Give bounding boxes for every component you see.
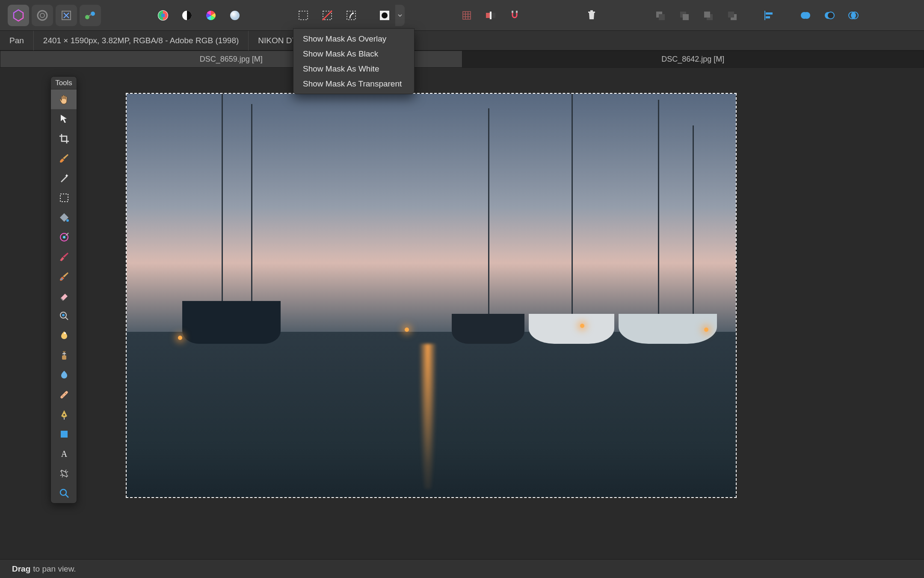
quickmask-dropdown-toggle[interactable] (395, 5, 405, 26)
clone-tool[interactable] (51, 346, 77, 365)
delete-button[interactable] (581, 5, 602, 26)
svg-rect-18 (490, 12, 492, 19)
color-picker-tool[interactable] (51, 227, 77, 247)
healing-tool[interactable] (51, 385, 77, 405)
status-hint-strong: Drag (12, 564, 30, 574)
mesh-warp-tool[interactable] (51, 464, 77, 483)
gradient-tool[interactable] (51, 326, 77, 346)
snapping-button[interactable] (504, 5, 525, 26)
liquify-persona-button[interactable] (56, 5, 77, 26)
svg-point-56 (60, 489, 66, 495)
color-picker-icon (58, 231, 70, 243)
blur-icon (58, 369, 70, 381)
dropdown-item[interactable]: Show Mask As Black (293, 46, 414, 61)
quickmask-button[interactable] (374, 5, 395, 26)
view-group (456, 5, 525, 26)
split-view-button[interactable] (480, 5, 501, 26)
tools-panel: Tools A (50, 76, 77, 504)
bool-subtract-icon (823, 9, 836, 22)
chevron-down-icon (398, 13, 402, 18)
move-backward-button[interactable] (673, 5, 695, 26)
status-hint-rest: to pan view. (33, 564, 76, 574)
mixer-brush-tool[interactable] (51, 267, 77, 286)
selection-deselect-button[interactable] (317, 5, 338, 26)
black-white-button[interactable] (176, 5, 198, 26)
export-persona-button[interactable] (80, 5, 101, 26)
image-content (127, 94, 736, 497)
bool-add-button[interactable] (795, 5, 816, 26)
svg-point-47 (64, 332, 66, 334)
photo-persona-button[interactable] (8, 5, 29, 26)
bool-intersect-button[interactable] (843, 5, 864, 26)
bool-subtract-button[interactable] (819, 5, 840, 26)
marquee-icon (58, 192, 70, 204)
svg-rect-49 (63, 351, 65, 352)
move-back-button[interactable] (649, 5, 671, 26)
canvas-area[interactable] (0, 68, 924, 544)
context-infobar: Pan 2401 × 1590px, 3.82MP, RGBA/8 - Adob… (0, 31, 924, 51)
quickmask-group (374, 5, 405, 26)
split-view-icon (484, 9, 497, 22)
svg-point-15 (382, 12, 388, 18)
dropdown-item[interactable]: Show Mask As Overlay (293, 31, 414, 46)
svg-rect-28 (704, 12, 710, 18)
move-forward-button[interactable] (697, 5, 719, 26)
gradient-icon (58, 330, 70, 342)
magic-wand-tool[interactable] (51, 168, 77, 188)
diffuse-adjust-button[interactable] (224, 5, 246, 26)
align-button[interactable] (758, 5, 779, 26)
text-tool[interactable]: A (51, 444, 77, 464)
svg-point-53 (63, 414, 65, 416)
paint-brush-tool[interactable] (51, 149, 77, 168)
move-tool-icon (58, 113, 70, 125)
document-tabs: DSC_8659.jpg [M] DSC_8642.jpg [M] (0, 51, 924, 68)
hand-tool[interactable] (51, 89, 77, 109)
blur-tool[interactable] (51, 365, 77, 385)
svg-point-3 (91, 12, 95, 16)
crop-tool[interactable] (51, 129, 77, 149)
auto-levels-button[interactable] (152, 5, 174, 26)
color-adjust-icon (204, 9, 217, 22)
text-icon: A (58, 448, 70, 460)
rectangular-marquee-tool[interactable] (51, 188, 77, 208)
move-back-icon (654, 9, 666, 22)
selection-all-button[interactable] (293, 5, 314, 26)
dropdown-item[interactable]: Show Mask As Transparent (293, 76, 414, 91)
black-white-adjust-icon (181, 9, 193, 22)
pen-tool[interactable] (51, 405, 77, 424)
document-info-label: 2401 × 1590px, 3.82MP, RGBA/8 - Adobe RG… (34, 31, 249, 51)
svg-rect-30 (728, 12, 734, 18)
svg-rect-19 (512, 11, 513, 13)
eraser-tool[interactable] (51, 286, 77, 306)
rectangle-shape-tool[interactable] (51, 424, 77, 444)
grid-button[interactable] (456, 5, 477, 26)
svg-rect-50 (60, 390, 68, 399)
move-tool[interactable] (51, 109, 77, 129)
svg-point-43 (63, 236, 65, 238)
svg-point-0 (38, 11, 47, 20)
selection-refine-button[interactable] (341, 5, 362, 26)
color-adjust-button[interactable] (200, 5, 222, 26)
grid-icon (460, 9, 473, 22)
svg-point-46 (62, 314, 65, 316)
move-front-button[interactable] (721, 5, 743, 26)
zoom-blur-tool[interactable] (51, 306, 77, 326)
svg-rect-33 (766, 16, 770, 18)
document-view[interactable] (127, 94, 736, 497)
document-tab[interactable]: DSC_8642.jpg [M] (462, 51, 924, 68)
flood-fill-tool[interactable] (51, 208, 77, 227)
persona-switcher (8, 5, 101, 26)
red-brush-tool[interactable] (51, 247, 77, 267)
svg-rect-48 (62, 355, 66, 360)
svg-point-1 (40, 13, 44, 18)
svg-rect-22 (590, 10, 593, 12)
red-brush-icon (58, 251, 70, 263)
zoom-tool[interactable] (51, 483, 77, 503)
dropdown-item[interactable]: Show Mask As White (293, 61, 414, 76)
svg-rect-26 (683, 14, 689, 20)
selection-group (293, 5, 362, 26)
develop-persona-button[interactable] (32, 5, 53, 26)
liquify-persona-icon (59, 9, 73, 22)
selection-refine-icon (345, 9, 358, 22)
tools-panel-title: Tools (51, 77, 77, 89)
